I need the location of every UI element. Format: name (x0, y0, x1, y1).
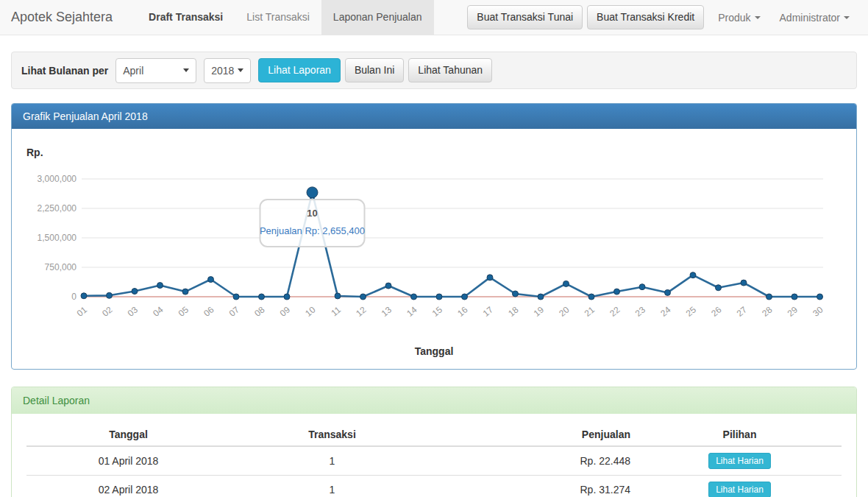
x-tick-label: 15 (430, 304, 444, 319)
data-point[interactable] (284, 294, 290, 300)
sales-chart-panel: Grafik Penjualan April 2018 Rp. 0750,000… (11, 103, 857, 370)
x-tick-label: 16 (455, 304, 469, 319)
administrator-dropdown[interactable]: Administrator (770, 12, 859, 24)
filter-label: Lihat Bulanan per (21, 65, 108, 77)
chart-panel-title: Grafik Penjualan April 2018 (12, 104, 856, 129)
filter-bar: Lihat Bulanan per April 2018 Lihat Lapor… (11, 52, 857, 89)
data-point[interactable] (259, 294, 265, 300)
x-tick-label: 23 (633, 304, 647, 319)
cell-penjualan: Rp. 22.448 (434, 446, 638, 476)
sales-line-chart: 0750,0001,500,0002,250,0003,000,00001020… (12, 166, 856, 339)
lihat-harian-button[interactable]: Lihat Harian (708, 482, 771, 497)
x-tick-label: 01 (75, 304, 89, 319)
select-caret-icon (183, 68, 189, 72)
highlighted-data-point[interactable] (307, 187, 318, 198)
top-navbar: Apotek Sejahtera Draft TransaksiList Tra… (0, 0, 868, 35)
x-tick-label: 30 (811, 304, 825, 319)
y-tick-label: 1,500,000 (38, 233, 77, 243)
data-point[interactable] (411, 294, 417, 300)
data-point[interactable] (741, 280, 747, 286)
x-tick-label: 27 (735, 304, 749, 319)
data-point[interactable] (716, 285, 722, 291)
col-header-pilihan: Pilihan (638, 425, 842, 446)
detail-report-panel: Detail Laporan TanggalTransaksiPenjualan… (11, 387, 857, 497)
data-point[interactable] (817, 294, 823, 300)
lihat-laporan-button[interactable]: Lihat Laporan (258, 58, 341, 83)
nav-item-draft-transaksi[interactable]: Draft Transaksi (137, 0, 235, 35)
x-tick-label: 03 (126, 304, 140, 319)
select-caret-icon (238, 68, 243, 72)
produk-dropdown-label: Produk (718, 12, 750, 24)
data-point[interactable] (487, 275, 493, 281)
produk-dropdown[interactable]: Produk (708, 12, 769, 24)
x-tick-label: 14 (405, 304, 419, 319)
data-point[interactable] (233, 294, 239, 300)
x-tick-label: 10 (303, 304, 317, 319)
chart-body: Rp. 0750,0001,500,0002,250,0003,000,0000… (12, 129, 856, 369)
x-tick-label: 09 (278, 304, 292, 319)
month-select-value: April (123, 65, 143, 77)
data-point[interactable] (563, 281, 569, 286)
lihat-tahunan-button[interactable]: Lihat Tahunan (408, 58, 492, 83)
x-tick-label: 05 (177, 304, 191, 319)
x-tick-label: 19 (532, 304, 546, 319)
x-tick-label: 26 (709, 304, 723, 319)
data-point[interactable] (182, 289, 188, 295)
y-tick-label: 0 (71, 292, 77, 302)
month-select[interactable]: April (115, 58, 196, 83)
data-point[interactable] (791, 294, 797, 300)
app-root: Apotek Sejahtera Draft TransaksiList Tra… (0, 0, 868, 89)
cell-pilihan: Lihat Harian (638, 476, 842, 497)
x-tick-label: 11 (329, 304, 343, 318)
data-point[interactable] (132, 289, 138, 295)
caret-down-icon (755, 16, 761, 19)
chart-tooltip (260, 200, 365, 247)
x-tick-label: 18 (506, 304, 520, 319)
table-row: 01 April 20181Rp. 22.448Lihat Harian (26, 446, 842, 476)
y-tick-label: 2,250,000 (38, 203, 77, 214)
buat-transaksi-kredit-button[interactable]: Buat Transaksi Kredit (587, 5, 704, 30)
data-point[interactable] (360, 294, 366, 300)
data-point[interactable] (81, 293, 87, 299)
data-point[interactable] (335, 293, 341, 299)
data-point[interactable] (639, 284, 645, 290)
x-tick-label: 29 (786, 304, 800, 319)
data-point[interactable] (766, 294, 772, 300)
x-tick-label: 21 (583, 304, 597, 319)
data-point[interactable] (513, 291, 519, 297)
cell-penjualan: Rp. 31.274 (434, 476, 638, 497)
nav-item-laponan-penjualan[interactable]: Laponan Penjualan (321, 0, 434, 35)
x-tick-label: 25 (684, 304, 698, 319)
data-point[interactable] (436, 294, 442, 300)
x-tick-label: 22 (608, 304, 622, 319)
data-point[interactable] (385, 283, 391, 289)
bulan-ini-button[interactable]: Bulan Ini (345, 58, 404, 83)
y-axis-unit-label: Rp. (26, 147, 43, 158)
administrator-dropdown-label: Administrator (780, 12, 840, 24)
navbar-actions: Buat Transaksi TunaiBuat Transaksi Kredi… (467, 0, 868, 35)
data-point[interactable] (208, 277, 214, 283)
lihat-harian-button[interactable]: Lihat Harian (708, 453, 771, 469)
data-point[interactable] (690, 272, 696, 278)
col-header-tanggal: Tanggal (26, 425, 230, 446)
x-tick-label: 20 (557, 304, 571, 319)
data-point[interactable] (665, 289, 671, 295)
data-point[interactable] (588, 294, 594, 300)
data-point[interactable] (614, 289, 620, 295)
table-row: 02 April 20181Rp. 31.274Lihat Harian (26, 476, 842, 497)
data-point[interactable] (107, 292, 113, 298)
tooltip-value-label: Penjualan Rp: 2,655,400 (260, 225, 365, 236)
detail-panel-title: Detail Laporan (12, 387, 856, 414)
data-point[interactable] (157, 283, 163, 289)
x-tick-label: 04 (151, 304, 165, 319)
cell-tanggal: 01 April 2018 (26, 446, 230, 476)
data-point[interactable] (538, 294, 544, 300)
detail-table: TanggalTransaksiPenjualanPilihan 01 Apri… (26, 425, 842, 497)
cell-pilihan: Lihat Harian (638, 446, 842, 476)
app-brand[interactable]: Apotek Sejahtera (0, 0, 124, 35)
buat-transaksi-tunai-button[interactable]: Buat Transaksi Tunai (467, 5, 583, 30)
x-tick-label: 17 (481, 304, 495, 319)
nav-item-list-transaksi[interactable]: List Transaksi (235, 0, 321, 35)
year-select[interactable]: 2018 (204, 58, 251, 83)
data-point[interactable] (462, 294, 468, 300)
